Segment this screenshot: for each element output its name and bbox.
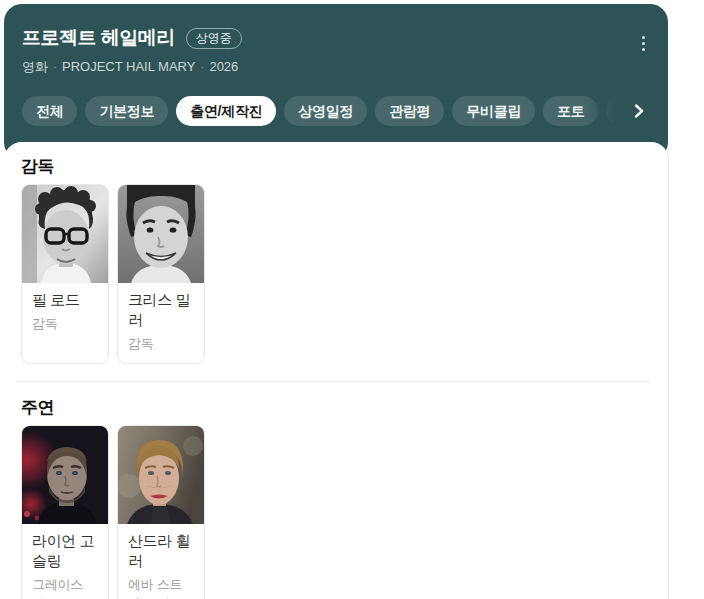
now-showing-badge: 상영중	[186, 28, 242, 49]
tab-movie-clips[interactable]: 무비클립	[452, 96, 535, 126]
lead-actors-heading: 주연	[21, 397, 651, 419]
movie-title: 프로젝트 헤일메리	[22, 25, 175, 51]
meta-separator: ·	[53, 60, 57, 74]
person-name: 산드라 휠러	[128, 531, 194, 571]
directors-cards: 필 로드 감독	[21, 184, 651, 364]
movie-info-panel: 프로젝트 헤일메리 상영중 영화·PROJECT HAIL MARY·2026 …	[4, 4, 668, 599]
person-text: 크리스 밀러 감독	[118, 283, 204, 363]
person-text: 필 로드 감독	[22, 283, 108, 343]
tab-audience-rating[interactable]: 관람평	[375, 96, 444, 126]
tabs-inner: 전체 기본정보 출연/제작진 상영일정 관람평 무비클립 포토 리뷰	[22, 96, 623, 126]
tab-basic-info[interactable]: 기본정보	[85, 96, 168, 126]
ryan-gosling-portrait	[22, 426, 108, 524]
tabs-row: 전체 기본정보 출연/제작진 상영일정 관람평 무비클립 포토 리뷰	[22, 96, 650, 126]
movie-header: 프로젝트 헤일메리 상영중 영화·PROJECT HAIL MARY·2026 …	[4, 4, 668, 160]
tab-all[interactable]: 전체	[22, 96, 77, 126]
tab-photos[interactable]: 포토	[543, 96, 598, 126]
person-text: 산드라 휠러 에바 스트라트 역	[118, 524, 204, 599]
person-name: 라이언 고슬링	[32, 531, 98, 571]
meta-year: 2026	[209, 59, 238, 74]
person-card-sandra-huller[interactable]: 산드라 휠러 에바 스트라트 역	[117, 425, 205, 599]
directors-section: 감독	[21, 156, 651, 364]
person-text: 라이언 고슬링 그레이스 역	[22, 524, 108, 599]
phil-lord-portrait	[22, 185, 108, 283]
chevron-right-icon	[633, 104, 645, 118]
more-options-button[interactable]	[632, 30, 654, 56]
cast-crew-content: 감독	[4, 142, 668, 599]
person-card-chris-miller[interactable]: 크리스 밀러 감독	[117, 184, 205, 364]
person-name: 크리스 밀러	[128, 290, 194, 330]
person-role: 감독	[128, 334, 194, 353]
tab-cast-crew[interactable]: 출연/제작진	[176, 96, 276, 126]
section-divider	[17, 381, 650, 382]
meta-separator: ·	[200, 60, 204, 74]
sandra-huller-portrait	[118, 426, 204, 524]
kebab-menu-icon	[642, 36, 645, 39]
person-card-ryan-gosling[interactable]: 라이언 고슬링 그레이스 역	[21, 425, 109, 599]
lead-actors-section: 주연	[21, 397, 651, 599]
tab-showtimes[interactable]: 상영일정	[284, 96, 367, 126]
tabs-scroll-next-button[interactable]	[628, 96, 650, 126]
person-role: 에바 스트라트 역	[128, 575, 194, 599]
chris-miller-portrait	[118, 185, 204, 283]
person-role: 그레이스 역	[32, 575, 98, 599]
meta-type: 영화	[22, 59, 48, 74]
movie-meta: 영화·PROJECT HAIL MARY·2026	[22, 58, 650, 76]
person-card-phil-lord[interactable]: 필 로드 감독	[21, 184, 109, 364]
directors-heading: 감독	[21, 156, 651, 178]
search-result-page: 프로젝트 헤일메리 상영중 영화·PROJECT HAIL MARY·2026 …	[0, 0, 704, 599]
person-name: 필 로드	[32, 290, 98, 310]
tab-reviews[interactable]: 리뷰	[606, 96, 623, 126]
title-row: 프로젝트 헤일메리 상영중	[22, 25, 650, 51]
person-role: 감독	[32, 314, 98, 333]
meta-title-en: PROJECT HAIL MARY	[62, 59, 195, 74]
lead-actors-cards: 라이언 고슬링 그레이스 역	[21, 425, 651, 599]
tabs-strip: 전체 기본정보 출연/제작진 상영일정 관람평 무비클립 포토 리뷰	[22, 96, 623, 126]
